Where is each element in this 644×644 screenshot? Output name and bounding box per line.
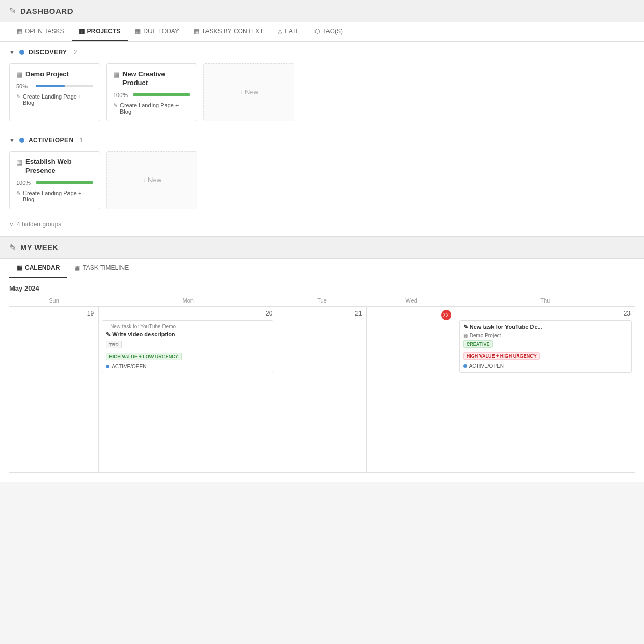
tab-task-timeline[interactable]: ▦ TASK TIMELINE [67,259,136,278]
day-header-mon: Mon [99,297,277,304]
discovery-new-card[interactable]: + New [203,63,294,121]
creative-progress-pct: 100% [113,92,129,98]
active-new-card[interactable]: + New [106,151,197,209]
thu-event-edit-icon: ✎ [463,324,468,331]
task-timeline-label: TASK TIMELINE [83,264,129,271]
demo-card-title: Demo Project [25,70,69,79]
creative-card-icon: ▦ [113,71,119,78]
creative-progress-row: 100% [113,92,190,98]
active-cards: ▦ Establish Web Presence 100% ✎ Create L… [9,151,635,209]
cal-day-21: 21 [277,307,366,473]
discovery-new-label: + New [239,88,258,96]
proj-icon: ▦ [463,333,468,338]
calendar-tab-icon: ▦ [17,264,22,271]
dashboard-icon: ✎ [9,6,16,16]
event-edit-icon: ✎ [106,331,111,338]
hidden-groups[interactable]: ∨ 4 hidden groups [0,216,644,236]
tab-calendar[interactable]: ▦ CALENDAR [9,259,67,278]
day-num-21: 21 [280,310,363,317]
calendar-month: May 2024 [0,278,644,295]
tab-due-today[interactable]: ▦ DUE TODAY [128,22,186,41]
tasks-context-icon: ▦ [194,28,199,35]
discovery-header[interactable]: ▼ DISCOVERY 2 [9,49,635,56]
demo-task-label: Create Landing Page + Blog [23,93,93,106]
tags-icon: ⬡ [314,28,320,35]
establish-web-card[interactable]: ▦ Establish Web Presence 100% ✎ Create L… [9,151,100,209]
hidden-groups-label: 4 hidden groups [17,221,61,228]
day-header-thu: Thu [456,297,635,304]
day-header-wed: Wed [367,297,456,304]
day-num-23: 23 [459,310,632,317]
creative-task-icon: ✎ [113,102,118,109]
dashboard-title: DASHBOARD [20,7,73,16]
discovery-section: ▼ DISCOVERY 2 ▦ Demo Project 50% ✎ [0,42,644,129]
tab-late[interactable]: △ LATE [270,22,307,41]
today-badge: 22 [441,310,451,320]
discovery-dot [19,50,24,55]
event-write-video[interactable]: ↑ New task for YouTube Demo ✎ Write vide… [102,320,273,373]
creative-progress-fill [133,93,190,96]
event-status-active-thu: ACTIVE/OPEN [463,363,627,369]
demo-progress-bg [36,85,93,87]
creative-progress-bg [133,93,190,96]
demo-card-header: ▦ Demo Project [16,70,93,79]
event-title-youtube-thu: ✎ New task for YouTube De... [463,324,627,331]
establish-progress-row: 100% [16,180,93,186]
calendar-days: 19 20 ↑ New task for YouTube Demo ✎ Writ… [9,306,635,473]
active-arrow: ▼ [9,137,15,143]
event-title-write-video: ✎ Write video description [106,331,269,338]
establish-task-icon: ✎ [16,190,21,197]
projects-icon: ▦ [79,28,85,35]
tab-tasks-by-context[interactable]: ▦ TASKS BY CONTEXT [186,22,270,41]
due-today-icon: ▦ [135,28,141,35]
day-num-20: 20 [102,310,273,317]
establish-card-header: ▦ Establish Web Presence [16,158,93,175]
discovery-cards: ▦ Demo Project 50% ✎ Create Landing Page… [9,63,635,121]
discovery-label: DISCOVERY [29,49,67,56]
event-parent-youtube: ↑ New task for YouTube Demo [106,324,269,330]
demo-project-card[interactable]: ▦ Demo Project 50% ✎ Create Landing Page… [9,63,100,121]
day-header-sun: Sun [9,297,99,304]
cal-day-19: 19 [9,307,99,473]
creative-task-label: Create Landing Page + Blog [120,102,190,115]
task-timeline-icon: ▦ [74,264,80,271]
event-badge-high-value-high: HIGH VALUE + HIGH URGENCY [463,352,540,360]
creative-card-title: New Creative Product [122,70,190,88]
calendar-tabs: ▦ CALENDAR ▦ TASK TIMELINE [0,259,644,278]
demo-progress-pct: 50% [16,83,32,89]
event-youtube-thu[interactable]: ✎ New task for YouTube De... ▦ Demo Proj… [459,320,632,373]
late-icon: △ [278,28,282,35]
creative-card-task: ✎ Create Landing Page + Blog [113,102,190,115]
active-open-section: ▼ ACTIVE/OPEN 1 ▦ Establish Web Presence… [0,129,644,216]
status-dot-blue [106,365,109,368]
demo-card-task: ✎ Create Landing Page + Blog [16,93,93,106]
cal-day-22: 22 [367,307,456,473]
tab-open-tasks[interactable]: ▦ OPEN TASKS [9,22,72,41]
demo-task-icon: ✎ [16,93,21,100]
new-creative-card[interactable]: ▦ New Creative Product 100% ✎ Create Lan… [106,63,197,121]
active-dot [19,138,24,143]
calendar-tab-label: CALENDAR [25,264,60,271]
active-new-label: + New [142,176,161,184]
active-open-header[interactable]: ▼ ACTIVE/OPEN 1 [9,136,635,144]
discovery-count: 2 [74,49,77,56]
tab-projects[interactable]: ▦ PROJECTS [72,22,128,41]
active-count: 1 [80,136,84,144]
open-tasks-icon: ▦ [17,28,22,35]
day-num-22: 22 [370,310,453,320]
status-dot-blue-thu [463,364,467,368]
event-badge-creative: CREATIVE [463,340,493,348]
event-project-label: ▦ Demo Project [463,333,627,338]
establish-progress-fill [36,181,93,184]
event-badge-high-value-low: HIGH VALUE + LOW URGENCY [106,353,182,360]
active-label: ACTIVE/OPEN [29,136,74,144]
dashboard-header: ✎ DASHBOARD [0,0,644,22]
establish-card-title: Establish Web Presence [25,158,93,175]
tab-tags[interactable]: ⬡ TAG(S) [307,22,350,41]
cal-day-23: 23 ✎ New task for YouTube De... ▦ Demo P… [456,307,635,473]
projects-main: ▼ DISCOVERY 2 ▦ Demo Project 50% ✎ [0,42,644,236]
demo-progress-row: 50% [16,83,93,89]
establish-task-label: Create Landing Page + Blog [23,190,93,202]
my-week-icon: ✎ [9,243,16,252]
demo-progress-fill [36,85,65,87]
